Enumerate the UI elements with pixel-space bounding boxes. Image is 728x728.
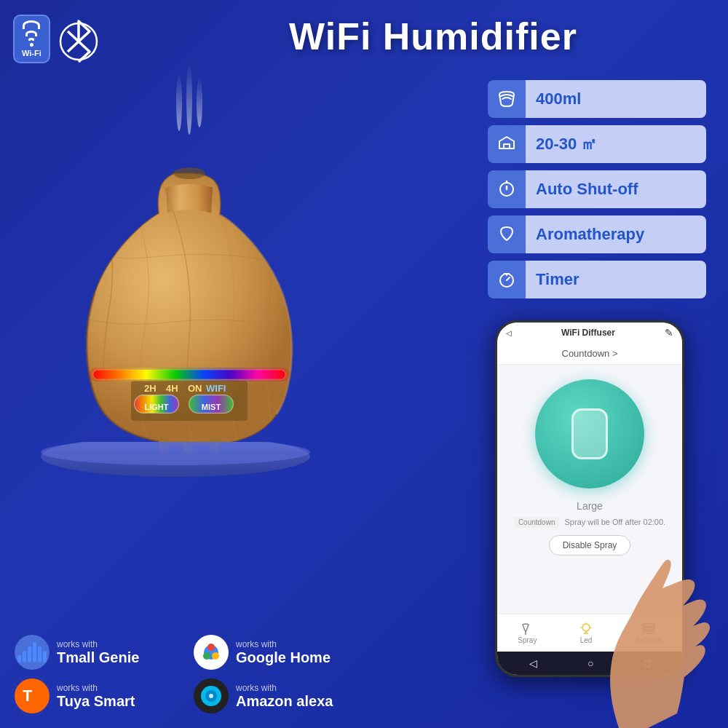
wifi-box: Wi-Fi <box>13 15 50 63</box>
feature-label-aromatherapy: Aromatherapy <box>526 215 706 253</box>
humidifier-image-area: 2H 4H ON WIFI <box>15 58 364 480</box>
svg-text:ON: ON <box>188 383 202 394</box>
status-time: ◁ <box>506 329 512 337</box>
feature-label-area: 20-30 ㎡ <box>526 125 706 163</box>
partner-google: works with Google Home <box>194 635 364 670</box>
countdown-prefix-label: Countdown <box>514 517 560 528</box>
svg-rect-1 <box>504 144 510 149</box>
feature-area: 20-30 ㎡ <box>488 125 706 163</box>
tuya-logo: T <box>15 678 50 713</box>
svg-point-28 <box>203 652 210 660</box>
wifi-arc-medium <box>25 31 37 36</box>
spray-nav-icon <box>519 622 535 635</box>
google-text: works with Google Home <box>236 639 331 666</box>
phone-app-title: WiFi Diffuser <box>512 328 665 338</box>
feature-label-timer: Timer <box>526 261 706 298</box>
steam-wisp-1 <box>176 73 182 131</box>
svg-text:LIGHT: LIGHT <box>145 403 169 411</box>
feature-icon-aromatherapy <box>488 215 526 253</box>
svg-text:T: T <box>23 687 33 705</box>
partner-tuya: T works with Tuya Smart <box>15 678 185 713</box>
feature-label-shutoff: Auto Shut-off <box>526 170 706 208</box>
features-list: 400ml 20-30 ㎡ Auto Shut-off Aromatherapy <box>488 80 706 298</box>
wifi-arc-small <box>28 38 34 41</box>
svg-point-27 <box>212 652 219 660</box>
partner-tmall: works with Tmall Genie <box>15 635 185 670</box>
svg-text:MIST: MIST <box>202 403 221 411</box>
feature-icon-shutoff <box>488 170 526 208</box>
dial-icon <box>571 408 608 459</box>
tuya-icon: T <box>20 684 44 708</box>
top-icons-area: Wi-Fi <box>13 13 101 64</box>
vase-container: 2H 4H ON WIFI <box>51 162 328 456</box>
tuya-text: works with Tuya Smart <box>57 683 135 710</box>
wifi-arc-large <box>23 20 40 29</box>
steam-wisp-2 <box>186 62 192 135</box>
svg-point-5 <box>173 167 205 179</box>
hand-svg <box>575 524 721 728</box>
phone-countdown-bar[interactable]: Countdown > <box>497 343 682 365</box>
amazon-logo <box>194 678 229 713</box>
feature-aromatherapy: Aromatherapy <box>488 215 706 253</box>
feature-icon-area <box>488 125 526 163</box>
steam-wisp-3 <box>197 76 202 127</box>
spray-nav-label: Spray <box>518 636 537 644</box>
tmall-bars-icon <box>17 642 47 662</box>
phone-status-bar: ◁ WiFi Diffuser ✎ <box>497 323 682 343</box>
svg-text:4H: 4H <box>166 383 178 394</box>
google-logo <box>194 635 229 670</box>
page-title: WiFi Humidifier <box>160 15 706 58</box>
feature-label-capacity: 400ml <box>526 80 706 118</box>
wifi-dot <box>30 43 33 47</box>
tmall-text: works with Tmall Genie <box>57 639 139 666</box>
alexa-icon <box>199 684 223 708</box>
feature-timer: Timer <box>488 261 706 298</box>
svg-point-26 <box>207 644 215 651</box>
phone-container: ◁ WiFi Diffuser ✎ Countdown > Large Coun… <box>473 320 721 728</box>
google-icon <box>199 640 223 665</box>
partners-section: works with Tmall Genie works with Google… <box>15 635 364 713</box>
platform-svg <box>37 442 314 478</box>
partner-amazon: works with Amazon alexa <box>194 678 364 713</box>
svg-point-32 <box>209 694 213 698</box>
size-label: Large <box>577 500 603 512</box>
wifi-symbol <box>23 20 40 47</box>
wifi-label: Wi-Fi <box>22 49 41 58</box>
back-button[interactable]: ◁ <box>529 657 537 669</box>
tmall-logo <box>15 635 50 670</box>
edit-icon[interactable]: ✎ <box>665 327 673 339</box>
bluetooth-icon <box>58 13 101 64</box>
nav-item-spray[interactable]: Spray <box>518 622 537 644</box>
svg-text:2H: 2H <box>144 383 157 394</box>
svg-text:WIFI: WIFI <box>206 383 226 394</box>
dial-circle[interactable] <box>535 379 644 488</box>
feature-icon-timer <box>488 261 526 298</box>
feature-shutoff: Auto Shut-off <box>488 170 706 208</box>
countdown-label: Countdown > <box>562 348 618 359</box>
feature-capacity: 400ml <box>488 80 706 118</box>
hand-area <box>575 524 721 728</box>
feature-icon-capacity <box>488 80 526 118</box>
amazon-text: works with Amazon alexa <box>236 683 333 710</box>
platform <box>37 442 314 478</box>
svg-rect-19 <box>89 368 290 381</box>
steam-effect <box>176 58 202 135</box>
humidifier-vase: 2H 4H ON WIFI <box>51 162 328 454</box>
